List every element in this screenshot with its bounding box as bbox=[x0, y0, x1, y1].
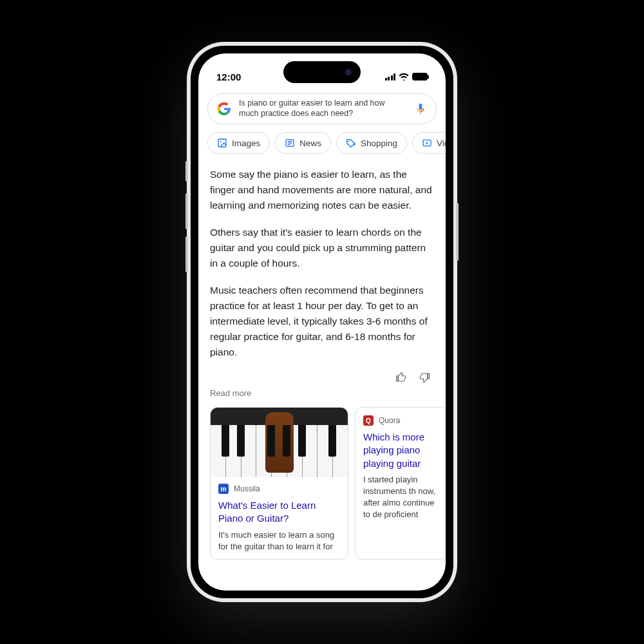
chip-shopping[interactable]: Shopping bbox=[336, 132, 407, 154]
search-query-text: Is piano or guitar easier to learn and h… bbox=[239, 99, 406, 118]
svg-rect-0 bbox=[218, 139, 226, 147]
source-cards: m Mussila What's Easier to Learn Piano o… bbox=[198, 407, 446, 560]
quora-favicon: Q bbox=[363, 415, 374, 426]
chip-videos[interactable]: Videos bbox=[412, 132, 446, 154]
battery-icon bbox=[412, 73, 428, 80]
thumbs-up-icon[interactable] bbox=[395, 372, 407, 383]
cellular-signal-icon bbox=[385, 73, 396, 80]
filter-chips-row: Images News Shopping Videos bbox=[198, 132, 446, 160]
thumbs-down-icon[interactable] bbox=[419, 372, 430, 383]
svg-point-1 bbox=[220, 141, 222, 142]
card-title: What's Easier to Learn Piano or Guitar? bbox=[218, 499, 340, 526]
wifi-icon bbox=[399, 73, 409, 80]
card-title: Which is more playing piano playing guit… bbox=[363, 431, 440, 470]
card-snippet: It's much easier to learn a song for the… bbox=[218, 529, 340, 553]
card-source: Quora bbox=[379, 416, 400, 425]
power-button bbox=[456, 203, 459, 261]
answer-paragraph: Others say that it's easier to learn cho… bbox=[210, 225, 434, 271]
answer-paragraph: Some say the piano is easier to learn, a… bbox=[210, 167, 434, 213]
video-icon bbox=[422, 138, 432, 148]
screen: 12:00 Is piano or guitar easier to learn… bbox=[198, 53, 446, 591]
google-logo-icon bbox=[217, 102, 231, 116]
volume-up-button bbox=[185, 193, 188, 229]
chip-label: Images bbox=[232, 138, 260, 148]
status-time: 12:00 bbox=[216, 71, 241, 82]
search-bar[interactable]: Is piano or guitar easier to learn and h… bbox=[207, 93, 437, 124]
chip-images[interactable]: Images bbox=[207, 132, 270, 154]
card-image-piano-guitar bbox=[211, 408, 348, 477]
source-card-mussila[interactable]: m Mussila What's Easier to Learn Piano o… bbox=[210, 407, 348, 560]
mussila-favicon: m bbox=[218, 484, 229, 494]
answer-paragraph: Music teachers often recommend that begi… bbox=[210, 283, 434, 360]
mute-switch bbox=[185, 161, 188, 182]
ai-answer: Some say the piano is easier to learn, a… bbox=[198, 160, 446, 398]
news-icon bbox=[285, 138, 295, 148]
mic-icon[interactable] bbox=[414, 102, 427, 115]
volume-down-button bbox=[185, 236, 188, 272]
tag-icon bbox=[346, 138, 356, 148]
chip-news[interactable]: News bbox=[275, 132, 331, 154]
front-camera bbox=[345, 69, 352, 75]
svg-point-3 bbox=[348, 140, 350, 142]
chip-label: Videos bbox=[437, 138, 446, 148]
card-source: Mussila bbox=[234, 484, 260, 493]
source-card-quora[interactable]: Q Quora Which is more playing piano play… bbox=[355, 407, 446, 560]
image-icon bbox=[217, 138, 227, 148]
dynamic-island bbox=[283, 61, 361, 83]
phone-frame: 12:00 Is piano or guitar easier to learn… bbox=[187, 42, 457, 602]
read-more-label: Read more bbox=[210, 388, 434, 398]
chip-label: Shopping bbox=[361, 138, 397, 148]
card-snippet: I started playin instruments th now, aft… bbox=[363, 474, 440, 521]
chip-label: News bbox=[299, 138, 321, 148]
